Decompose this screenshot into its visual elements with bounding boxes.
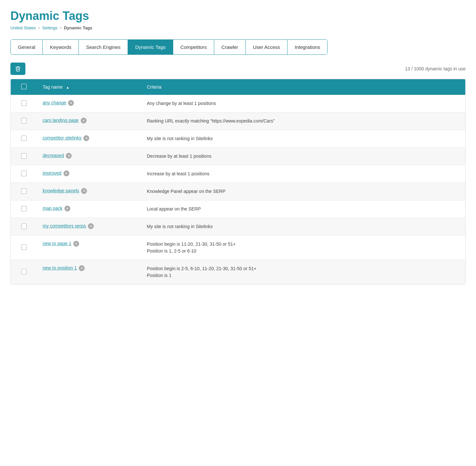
tag-remove-8[interactable]: ✕ [73,241,79,247]
tab-integrations[interactable]: Integrations [287,40,327,54]
criteria-cell-8: Position begin is 11-20, 21-30, 31-50 or… [141,236,465,260]
row-checkbox-9 [11,260,37,284]
criteria-cell-2: My site is not ranking in Sitelinks [141,130,465,148]
criteria-cell-0: Any change by at least 1 positions [141,95,465,112]
tab-competitors[interactable]: Competitors [173,40,214,54]
row-checkbox-3 [11,148,37,165]
tag-name-cell-9: new to position 1✕ [37,260,141,284]
tab-search-engines[interactable]: Search Engines [79,40,128,54]
checkbox-8[interactable] [21,244,27,250]
table-row: any change✕Any change by at least 1 posi… [11,95,465,112]
criteria-line: My site is not ranking in Sitelinks [147,135,459,142]
tag-link-5[interactable]: knowledge panels [43,188,79,193]
tag-remove-6[interactable]: ✕ [64,206,70,211]
criteria-line: Ranking URL exactly matching “https://ww… [147,118,459,124]
header-criteria: Criteria [141,79,465,95]
header-tag-name[interactable]: Tag name ▲ [37,79,141,95]
tag-remove-7[interactable]: ✕ [88,223,94,229]
checkbox-0[interactable] [21,100,27,106]
breadcrumb-current: Dynamic Tags [64,25,92,30]
table-header-row: Tag name ▲ Criteria [11,79,465,95]
tags-count: 13 / 1000 dynamic tags in use [405,66,466,71]
row-checkbox-7 [11,218,37,236]
trash-icon [15,66,21,72]
table-row: decreased✕Decrease by at least 1 positio… [11,148,465,165]
tab-user-access[interactable]: User Access [246,40,287,54]
criteria-line: My site is not ranking in Sitelinks [147,223,459,230]
criteria-cell-5: Knowledge Panel appear on the SERP [141,183,465,200]
tag-link-0[interactable]: any change [43,100,66,105]
breadcrumb-sep-2: > [60,25,62,30]
breadcrumb-settings[interactable]: Settings [42,25,58,30]
tag-name-cell-8: new to page 1✕ [37,236,141,260]
row-checkbox-1 [11,112,37,130]
row-checkbox-6 [11,200,37,218]
tag-link-3[interactable]: decreased [43,153,64,158]
tag-remove-4[interactable]: ✕ [63,170,69,176]
tag-name-cell-6: map pack✕ [37,200,141,218]
criteria-line: Increase by at least 1 positions [147,170,459,177]
criteria-line: Position begin is 11-20, 21-30, 31-50 or… [147,241,459,248]
tag-link-7[interactable]: my competitors serps [43,223,86,228]
tag-remove-1[interactable]: ✕ [81,118,87,124]
tag-link-2[interactable]: competitor sitelinks [43,135,81,140]
tag-remove-2[interactable]: ✕ [83,135,89,141]
select-all-checkbox[interactable] [21,84,27,89]
toolbar: 13 / 1000 dynamic tags in use [10,63,466,75]
tag-remove-3[interactable]: ✕ [66,153,72,159]
criteria-line: Any change by at least 1 positions [147,100,459,107]
delete-button[interactable] [10,63,25,75]
criteria-line: Position is 1 [147,272,459,279]
checkbox-6[interactable] [21,206,27,211]
breadcrumb-united-states[interactable]: United States [10,25,36,30]
tag-name-cell-5: knowledge panels✕ [37,183,141,200]
header-checkbox-cell [11,79,37,95]
checkbox-2[interactable] [21,136,27,141]
table-row: my competitors serps✕My site is not rank… [11,218,465,236]
criteria-cell-6: Local appear on the SERP [141,200,465,218]
tag-link-8[interactable]: new to page 1 [43,241,71,246]
table-row: map pack✕Local appear on the SERP [11,200,465,218]
tab-crawler[interactable]: Crawler [214,40,246,54]
checkbox-5[interactable] [21,188,27,194]
row-checkbox-0 [11,95,37,112]
tab-keywords[interactable]: Keywords [43,40,79,54]
tab-dynamic-tags[interactable]: Dynamic Tags [128,40,173,54]
row-checkbox-4 [11,165,37,183]
tag-name-label: Tag name [43,84,63,90]
tag-name-cell-3: decreased✕ [37,148,141,165]
checkbox-1[interactable] [21,118,27,124]
tag-remove-5[interactable]: ✕ [81,188,87,194]
criteria-cell-3: Decrease by at least 1 positions [141,148,465,165]
tag-name-cell-0: any change✕ [37,95,141,112]
criteria-line: Knowledge Panel appear on the SERP [147,188,459,195]
dynamic-tags-table: Tag name ▲ Criteria any change✕Any chang… [10,79,466,284]
tag-link-4[interactable]: improved [43,170,62,176]
criteria-line: Decrease by at least 1 positions [147,153,459,160]
tab-general[interactable]: General [11,40,43,54]
row-checkbox-2 [11,130,37,148]
criteria-line: Position is 1, 2-5 or 6-10 [147,248,459,255]
row-checkbox-5 [11,183,37,200]
criteria-cell-4: Increase by at least 1 positions [141,165,465,183]
criteria-line: Local appear on the SERP [147,206,459,212]
criteria-cell-1: Ranking URL exactly matching “https://ww… [141,112,465,130]
table-row: competitor sitelinks✕My site is not rank… [11,130,465,148]
tag-link-6[interactable]: map pack [43,206,63,211]
criteria-cell-7: My site is not ranking in Sitelinks [141,218,465,236]
tag-remove-0[interactable]: ✕ [68,100,74,106]
checkbox-9[interactable] [21,269,27,274]
table-row: cars landing page✕Ranking URL exactly ma… [11,112,465,130]
tag-link-9[interactable]: new to position 1 [43,265,77,270]
criteria-line: Position begin is 2-5, 6-10, 11-20, 21-3… [147,265,459,272]
table-row: new to position 1✕Position begin is 2-5,… [11,260,465,284]
checkbox-3[interactable] [21,153,27,159]
tag-link-1[interactable]: cars landing page [43,118,79,123]
tag-remove-9[interactable]: ✕ [79,265,85,271]
sort-icon: ▲ [66,85,69,89]
tag-name-cell-2: competitor sitelinks✕ [37,130,141,148]
table-row: improved✕Increase by at least 1 position… [11,165,465,183]
checkbox-7[interactable] [21,224,27,229]
checkbox-4[interactable] [21,171,27,176]
criteria-cell-9: Position begin is 2-5, 6-10, 11-20, 21-3… [141,260,465,284]
